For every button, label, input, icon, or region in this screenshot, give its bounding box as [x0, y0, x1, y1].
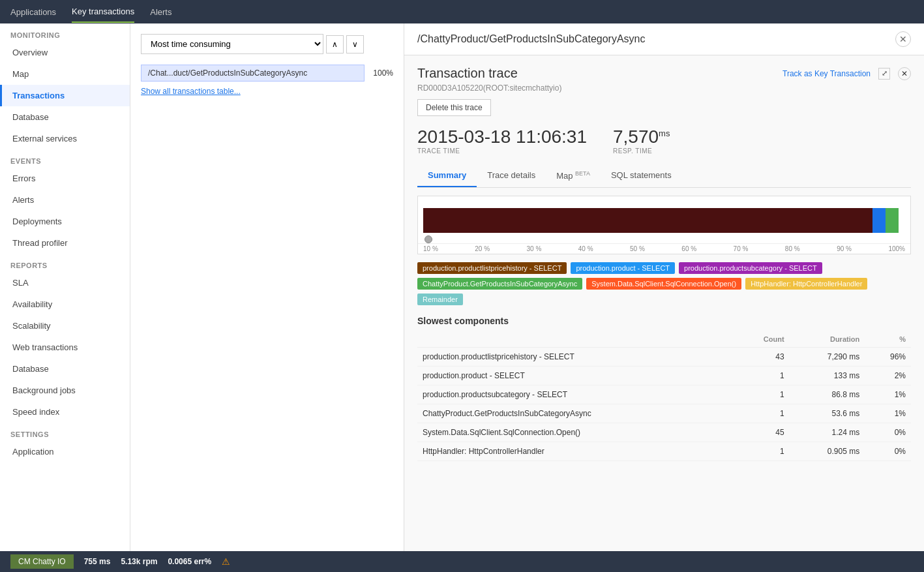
- nav-alerts[interactable]: Alerts: [150, 2, 171, 22]
- cell-count: 45: [734, 423, 789, 442]
- sort-asc-btn[interactable]: ∧: [326, 35, 344, 53]
- resp-time-value: 7,570ms: [613, 127, 670, 147]
- status-rpm: 5.13k rpm: [121, 557, 157, 566]
- legend-item: HttpHandler: HttpControllerHandler: [745, 278, 867, 290]
- legend-item: production.product - SELECT: [571, 262, 675, 274]
- tabs: Summary Trace details Map BETA SQL state…: [417, 165, 911, 188]
- transaction-bar-label[interactable]: /Chat...duct/GetProductsInSubCategoryAsy…: [141, 65, 365, 82]
- status-response: 755 ms: [84, 557, 111, 566]
- col-duration-header: Duration: [790, 331, 865, 348]
- left-panel: Most time consuming ∧ ∨ /Chat...duct/Get…: [130, 23, 404, 572]
- sidebar-item-thread-profiler[interactable]: Thread profiler: [0, 232, 130, 254]
- alert-icon: ⚠: [222, 556, 230, 567]
- cell-duration: 53.6 ms: [790, 404, 865, 423]
- table-row[interactable]: ChattyProduct.GetProductsInSubCategoryAs…: [417, 404, 911, 423]
- cell-pct: 0%: [865, 423, 911, 442]
- main-content: Most time consuming ∧ ∨ /Chat...duct/Get…: [130, 23, 924, 572]
- stat-trace-time: 2015-03-18 11:06:31 TRACE TIME: [417, 127, 587, 155]
- sidebar-item-external-services[interactable]: External services: [0, 128, 130, 149]
- trace-body: Transaction trace Track as Key Transacti…: [404, 55, 924, 472]
- tab-map[interactable]: Map BETA: [546, 165, 601, 187]
- sidebar-item-availability[interactable]: Availability: [0, 294, 130, 315]
- chart-main-bar: [423, 208, 886, 233]
- slowest-components-title: Slowest components: [417, 316, 911, 326]
- col-count-header: Count: [734, 331, 789, 348]
- legend-item: Remainder: [417, 294, 463, 305]
- sidebar-item-alerts[interactable]: Alerts: [0, 189, 130, 211]
- transaction-bar-row: /Chat...duct/GetProductsInSubCategoryAsy…: [141, 65, 393, 82]
- reports-section-label: REPORTS: [0, 254, 130, 272]
- sidebar: MONITORING Overview Map Transactions Dat…: [0, 23, 130, 572]
- cell-duration: 86.8 ms: [790, 385, 865, 404]
- trace-title-row: Transaction trace Track as Key Transacti…: [417, 66, 911, 81]
- sidebar-item-database[interactable]: Database: [0, 106, 130, 128]
- table-row[interactable]: production.product - SELECT 1 133 ms 2%: [417, 367, 911, 385]
- cell-pct: 1%: [865, 404, 911, 423]
- cell-pct: 2%: [865, 367, 911, 385]
- sidebar-item-map[interactable]: Map: [0, 63, 130, 85]
- delete-trace-button[interactable]: Delete this trace: [417, 99, 491, 116]
- chart-bar-blue: [872, 208, 886, 233]
- col-name-header: [417, 331, 734, 348]
- settings-section-label: SETTINGS: [0, 423, 130, 441]
- top-nav: Applications Key transactions Alerts: [0, 0, 924, 23]
- cell-pct: 1%: [865, 385, 911, 404]
- trace-outer-header: /ChattyProduct/GetProductsInSubCategoryA…: [404, 23, 924, 55]
- cell-count: 1: [734, 367, 789, 385]
- trace-stats: 2015-03-18 11:06:31 TRACE TIME 7,570ms R…: [417, 127, 911, 155]
- trace-outer-close-button[interactable]: ✕: [895, 31, 911, 47]
- components-table: Count Duration % production.productlistp…: [417, 331, 911, 461]
- nav-key-transactions[interactable]: Key transactions: [72, 1, 134, 23]
- sidebar-item-transactions[interactable]: Transactions: [0, 85, 130, 106]
- table-row[interactable]: production.productlistpricehistory - SEL…: [417, 348, 911, 367]
- track-key-btn[interactable]: Track as Key Transaction: [782, 69, 871, 78]
- chart-axis: 10 % 20 % 30 % 40 % 50 % 60 % 70 % 80 % …: [418, 243, 910, 254]
- cell-duration: 0.905 ms: [790, 442, 865, 461]
- nav-applications[interactable]: Applications: [10, 2, 56, 22]
- sidebar-item-errors[interactable]: Errors: [0, 168, 130, 189]
- cell-duration: 1.24 ms: [790, 423, 865, 442]
- main-layout: MONITORING Overview Map Transactions Dat…: [0, 23, 924, 572]
- sidebar-item-overview[interactable]: Overview: [0, 42, 130, 63]
- tab-summary[interactable]: Summary: [417, 165, 477, 187]
- cell-name: production.productsubcategory - SELECT: [417, 385, 734, 404]
- sidebar-item-background-jobs[interactable]: Background jobs: [0, 380, 130, 401]
- cell-name: HttpHandler: HttpControllerHandler: [417, 442, 734, 461]
- expand-icon[interactable]: ⤢: [878, 68, 890, 80]
- chart-bar-green: [886, 208, 899, 233]
- sidebar-item-speed-index[interactable]: Speed index: [0, 401, 130, 423]
- legend-item: production.productsubcategory - SELECT: [679, 262, 822, 274]
- table-row[interactable]: HttpHandler: HttpControllerHandler 1 0.9…: [417, 442, 911, 461]
- sidebar-item-scalability[interactable]: Scalability: [0, 315, 130, 337]
- legend-item: production.productlistpricehistory - SEL…: [417, 262, 567, 274]
- show-all-link[interactable]: Show all transactions table...: [141, 87, 393, 96]
- table-row[interactable]: System.Data.SqlClient.SqlConnection.Open…: [417, 423, 911, 442]
- legend-item: ChattyProduct.GetProductsInSubCategoryAs…: [417, 278, 582, 290]
- sidebar-item-deployments[interactable]: Deployments: [0, 211, 130, 232]
- cell-pct: 0%: [865, 442, 911, 461]
- stat-resp-time: 7,570ms RESP. TIME: [613, 127, 670, 155]
- sidebar-item-sla[interactable]: SLA: [0, 272, 130, 294]
- chart-dot: [425, 235, 432, 243]
- transaction-bar-pct: 100%: [370, 68, 393, 78]
- chart-bar-container: [423, 202, 905, 241]
- cell-name: production.product - SELECT: [417, 367, 734, 385]
- chart-area: 10 % 20 % 30 % 40 % 50 % 60 % 70 % 80 % …: [417, 196, 911, 254]
- cell-name: ChattyProduct.GetProductsInSubCategoryAs…: [417, 404, 734, 423]
- trace-id: RD000D3A105220(ROOT:sitecmchattyio): [417, 83, 911, 93]
- cell-name: production.productlistpricehistory - SEL…: [417, 348, 734, 367]
- resp-time-label: RESP. TIME: [613, 147, 670, 155]
- tab-sql[interactable]: SQL statements: [601, 165, 682, 187]
- sidebar-item-database-reports[interactable]: Database: [0, 358, 130, 380]
- legend-item: System.Data.SqlClient.SqlConnection.Open…: [586, 278, 741, 290]
- time-consuming-dropdown[interactable]: Most time consuming: [141, 34, 323, 54]
- sort-desc-btn[interactable]: ∨: [346, 35, 364, 53]
- cell-name: System.Data.SqlClient.SqlConnection.Open…: [417, 423, 734, 442]
- trace-close-button[interactable]: ✕: [898, 67, 911, 80]
- app-name-badge[interactable]: CM Chatty IO: [10, 554, 74, 569]
- tab-trace-details[interactable]: Trace details: [477, 165, 546, 187]
- sidebar-item-web-transactions[interactable]: Web transactions: [0, 337, 130, 358]
- table-row[interactable]: production.productsubcategory - SELECT 1…: [417, 385, 911, 404]
- cell-count: 43: [734, 348, 789, 367]
- sidebar-item-application[interactable]: Application: [0, 441, 130, 462]
